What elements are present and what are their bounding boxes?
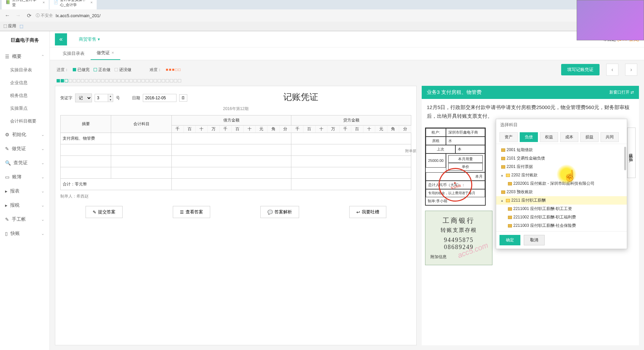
caret-icon: ▴ bbox=[501, 173, 505, 177]
sidebar-section[interactable]: ▸报税⌄ bbox=[0, 198, 50, 212]
subject-selector-popup: 选择科目 资产负债权益成本损益共同 2001 短期借款2101 交易性金融负债2… bbox=[496, 119, 627, 249]
tree-item[interactable]: 2211004 应付职工薪酬-住房公积金 bbox=[496, 230, 627, 231]
section-icon: ▸ bbox=[5, 203, 7, 208]
leaf-icon bbox=[508, 216, 512, 219]
voucher-char-select[interactable]: 记 bbox=[75, 94, 92, 102]
section-icon: ⚙ bbox=[5, 132, 9, 137]
digit-header: 分 bbox=[279, 126, 291, 133]
sidebar-section[interactable]: ▸报表⌄ bbox=[0, 184, 50, 198]
chevron-icon: ⌄ bbox=[41, 217, 44, 222]
category-tab[interactable]: 负债 bbox=[520, 132, 538, 142]
business-type-dropdown[interactable]: 商贸零售 ▾ bbox=[74, 34, 105, 45]
category-tab[interactable]: 成本 bbox=[560, 132, 578, 142]
folder-icon bbox=[506, 174, 510, 177]
sidebar-section[interactable]: ⚙初始化⌄ bbox=[0, 128, 50, 142]
table-row[interactable] bbox=[61, 156, 411, 167]
sidebar-item[interactable]: 会计科目概要 bbox=[0, 115, 50, 128]
tab-catalog[interactable]: 实操目录表 bbox=[57, 47, 91, 60]
category-tab[interactable]: 损益 bbox=[580, 132, 599, 142]
ok-button[interactable]: 确定 bbox=[500, 235, 520, 245]
tree-item[interactable]: 2202001 应付账款 - 深圳市郎图科技有限公司 bbox=[496, 179, 627, 188]
forward-button[interactable]: → bbox=[14, 11, 22, 20]
category-tab[interactable]: 资产 bbox=[500, 132, 518, 142]
instructor-video bbox=[577, 0, 644, 40]
section-icon: ▯ bbox=[5, 231, 8, 236]
category-tab[interactable]: 权益 bbox=[540, 132, 558, 142]
url-box[interactable]: ⓘ 不安全 lx.acc5.com/main_201/ bbox=[36, 13, 641, 19]
chevron-icon: ⌄ bbox=[41, 189, 44, 194]
section-label: 初始化 bbox=[12, 132, 26, 138]
voucher-header: 凭证字 记 ▴▾ 号 日期 🗓 记账凭证 bbox=[60, 91, 411, 105]
tree-label: 2202001 应付账款 - 深圳市郎图科技有限公司 bbox=[513, 181, 594, 186]
voucher-number-input[interactable] bbox=[95, 94, 108, 102]
table-row[interactable] bbox=[61, 167, 411, 179]
sidebar-item[interactable]: 企业信息 bbox=[0, 76, 50, 89]
back-button[interactable]: ← bbox=[3, 11, 11, 20]
fill-voucher-button[interactable]: 填写记账凭证 bbox=[561, 64, 600, 75]
sidebar-section[interactable]: ☰概要⌃ bbox=[0, 49, 50, 64]
tree-item[interactable]: ▴2211 应付职工薪酬 bbox=[496, 196, 627, 205]
url-text: lx.acc5.com/main_201/ bbox=[56, 13, 100, 18]
sidebar-section[interactable]: ✎手工帐⌄ bbox=[0, 212, 50, 226]
popup-tabs: 资产负债权益成本损益共同 bbox=[496, 131, 627, 144]
sidebar-section[interactable]: ▭账簿⌄ bbox=[0, 170, 50, 184]
leaf-icon bbox=[501, 148, 505, 152]
address-bar: ← → ⟳ ⓘ 不安全 lx.acc5.com/main_201/ bbox=[0, 9, 644, 22]
spin-up[interactable]: ▴ bbox=[108, 94, 113, 98]
digit-header: 百 bbox=[351, 126, 363, 133]
cancel-button[interactable]: 取消 bbox=[524, 235, 545, 245]
sidebar-section[interactable]: ✎做凭证⌄ bbox=[0, 142, 50, 156]
tree-item[interactable]: 2211002 应付职工薪酬-职工福利费 bbox=[496, 213, 627, 221]
tree-item[interactable]: 2211003 应付职工薪酬-社会保险费 bbox=[496, 221, 627, 230]
collapse-sidebar-button[interactable]: « bbox=[55, 33, 67, 45]
calendar-icon[interactable]: 🗓 bbox=[179, 94, 187, 102]
tree-item[interactable]: ▴2202 应付账款 bbox=[496, 171, 627, 179]
reload-button[interactable]: ⟳ bbox=[25, 11, 33, 20]
apps-shortcut[interactable]: ⬚ 应用 bbox=[3, 23, 16, 29]
table-row[interactable] bbox=[61, 144, 411, 156]
feedback-button[interactable]: ↩我要吐槽 bbox=[349, 206, 386, 218]
tree-item[interactable]: 2101 交易性金融负债 bbox=[496, 154, 627, 163]
open-new-window-button[interactable]: 新窗口打开 ⇄ bbox=[609, 90, 634, 95]
sidebar-section[interactable]: 🔍查凭证⌄ bbox=[0, 156, 50, 170]
section-label: 手工帐 bbox=[12, 216, 26, 222]
popup-title: 选择科目 bbox=[496, 119, 627, 131]
browser-tab-1[interactable]: 📗 工作台_会计学堂 × bbox=[2, 0, 49, 9]
chevron-icon: ⌄ bbox=[41, 132, 44, 137]
insecure-label: ⓘ 不安全 bbox=[36, 13, 53, 19]
next-button[interactable]: › bbox=[625, 64, 637, 76]
digit-header: 万 bbox=[207, 126, 220, 133]
close-icon[interactable]: × bbox=[111, 50, 114, 55]
category-tab[interactable]: 共同 bbox=[601, 132, 619, 142]
main-area: « 商贸零售 ▾ 希西赵 (SVIP会员) 实操目录表 做凭证× 进度： 已做完… bbox=[50, 31, 644, 350]
tree-item[interactable]: 2203 预收账款 bbox=[496, 188, 627, 196]
sidebar-section[interactable]: ▯快账⌄ bbox=[0, 226, 50, 241]
spin-down[interactable]: ▾ bbox=[108, 98, 113, 102]
section-icon: 🔍 bbox=[5, 160, 11, 166]
sidebar-item[interactable]: 实操重点 bbox=[0, 102, 50, 115]
bookmark-item[interactable]: ⬚ bbox=[20, 24, 23, 29]
page-tabs: 实操目录表 做凭证× bbox=[50, 47, 644, 60]
tree-label: 2203 预收账款 bbox=[507, 189, 533, 195]
browser-tab-2[interactable]: 📄 会计学堂实操中心_会计学 × bbox=[50, 0, 97, 9]
tree-item[interactable]: 2211001 应付职工薪酬-职工工资 bbox=[496, 205, 627, 213]
close-icon[interactable]: × bbox=[43, 0, 45, 4]
prev-button[interactable]: ‹ bbox=[606, 64, 618, 76]
summary-cell[interactable]: 支付房租、物管费 bbox=[61, 133, 111, 144]
tree-item[interactable]: 2201 应付票据 bbox=[496, 163, 627, 171]
browser-chrome: 📗 工作台_会计学堂 × 📄 会计学堂实操中心_会计学 × ← → ⟳ ⓘ 不安… bbox=[0, 0, 644, 31]
sidebar-item[interactable]: 实操目录表 bbox=[0, 64, 50, 76]
subject-cell[interactable] bbox=[111, 133, 172, 144]
sidebar-item[interactable]: 税务信息 bbox=[0, 89, 50, 102]
voucher-date-input[interactable] bbox=[143, 94, 176, 102]
table-row[interactable]: 支付房租、物管费 bbox=[61, 133, 411, 144]
submit-button[interactable]: ✎提交答案 bbox=[86, 206, 123, 218]
leaf-icon bbox=[501, 190, 505, 194]
view-answer-button[interactable]: ☰查看答案 bbox=[173, 206, 210, 218]
tree-item[interactable]: 2001 短期借款 bbox=[496, 146, 627, 154]
scrollbar[interactable] bbox=[624, 147, 626, 170]
explain-button[interactable]: 💬答案解析 bbox=[260, 206, 299, 218]
close-icon[interactable]: × bbox=[91, 0, 93, 4]
tab-voucher[interactable]: 做凭证× bbox=[91, 46, 120, 60]
section-icon: ✎ bbox=[5, 146, 9, 151]
